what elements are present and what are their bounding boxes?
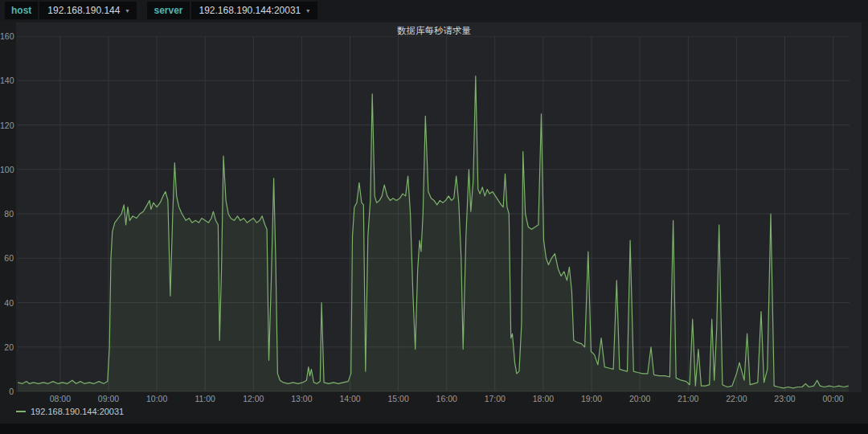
x-tick-label: 11:00 (185, 394, 225, 403)
legend-series-color-icon (16, 411, 26, 412)
y-tick-label: 160 (0, 31, 14, 41)
x-tick-label: 00:00 (813, 394, 854, 403)
variable-server-label: server (147, 2, 189, 19)
x-tick-label: 20:00 (620, 394, 660, 403)
series-area-fill (18, 76, 849, 391)
y-tick-label: 140 (0, 76, 14, 85)
chevron-down-icon: ▾ (306, 7, 309, 14)
variable-host-dropdown[interactable]: 192.168.190.144 ▾ (39, 2, 137, 19)
timeseries-chart (18, 36, 850, 391)
x-tick-label: 22:00 (716, 394, 756, 403)
x-tick-label: 19:00 (571, 394, 612, 403)
variable-server-value: 192.168.190.144:20031 (199, 5, 301, 16)
variable-host: host 192.168.190.144 ▾ (5, 2, 137, 19)
x-tick-label: 08:00 (40, 394, 80, 403)
y-tick-label: 80 (0, 209, 14, 219)
variable-server-dropdown[interactable]: 192.168.190.144:20031 ▾ (191, 2, 318, 19)
y-tick-label: 120 (0, 121, 14, 130)
grafana-dashboard: { "topbar": { "dropdown_caret": "▾", "va… (0, 0, 868, 434)
legend-series-label[interactable]: 192.168.190.144:20031 (31, 407, 124, 416)
panel-title[interactable]: 数据库每秒请求量 (0, 25, 868, 37)
x-tick-label: 17:00 (475, 394, 515, 403)
y-tick-label: 40 (0, 298, 14, 308)
x-tick-label: 23:00 (764, 394, 805, 403)
chart-panel: 数据库每秒请求量 020406080100120140160 08:0009:0… (0, 21, 868, 424)
x-tick-label: 14:00 (330, 394, 371, 403)
y-tick-label: 60 (0, 253, 14, 263)
x-tick-label: 13:00 (281, 394, 321, 403)
variable-host-label: host (5, 2, 38, 19)
variable-server: server 192.168.190.144:20031 ▾ (147, 2, 317, 19)
y-tick-label: 0 (0, 387, 14, 396)
x-tick-label: 21:00 (668, 394, 708, 403)
legend: 192.168.190.144:20031 (16, 407, 124, 416)
chevron-down-icon: ▾ (125, 7, 129, 14)
x-tick-label: 10:00 (137, 394, 177, 403)
x-tick-label: 09:00 (88, 394, 129, 403)
x-tick-label: 18:00 (523, 394, 563, 403)
y-tick-label: 100 (0, 165, 14, 174)
variable-host-value: 192.168.190.144 (47, 5, 120, 16)
variables-bar: host 192.168.190.144 ▾ server 192.168.19… (0, 0, 868, 21)
x-tick-label: 16:00 (427, 394, 467, 403)
x-tick-label: 12:00 (233, 394, 273, 403)
x-tick-label: 15:00 (379, 394, 419, 403)
y-tick-label: 20 (0, 342, 14, 352)
